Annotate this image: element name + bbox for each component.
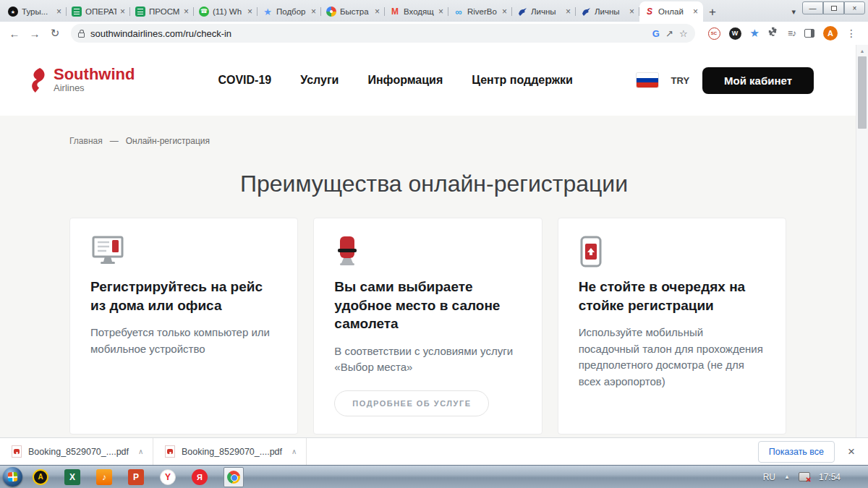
tab-southwind-active[interactable]: S Онлай × [639, 1, 703, 22]
forward-button[interactable]: → [26, 25, 43, 42]
taskbar-app-a-icon[interactable]: A [33, 469, 48, 485]
download-bar-right: Показать все × [758, 441, 868, 463]
nav-support-center[interactable]: Центр поддержки [472, 74, 573, 87]
page-scrollbar[interactable]: ▲ [856, 45, 868, 437]
download-item-2[interactable]: Booking_8529070_....pdf ∧ [153, 438, 307, 465]
show-all-downloads-button[interactable]: Показать все [758, 441, 835, 463]
tab-title: Онлай [658, 7, 689, 16]
tab-lichny-1[interactable]: Личны × [512, 1, 576, 22]
scrollbar-thumb[interactable] [858, 56, 867, 129]
tab-title: Подбор [276, 7, 307, 16]
page-title: Преимущества онлайн-регистрации [0, 171, 868, 197]
breadcrumb-home[interactable]: Главная [69, 136, 103, 146]
close-icon[interactable]: × [375, 7, 380, 16]
restore-icon [831, 6, 837, 11]
chevron-up-icon[interactable]: ∧ [292, 448, 297, 455]
music-app-icon[interactable]: ♪ [96, 469, 112, 485]
powerpoint-icon[interactable]: P [128, 469, 144, 485]
chrome-taskbar-active[interactable] [224, 467, 244, 487]
bird-icon [581, 7, 591, 17]
restore-button[interactable] [823, 1, 844, 14]
card-title: Не стойте в очередях на стойке регистрац… [579, 278, 765, 314]
address-bar[interactable]: southwindairlines.com/ru/check-in G ↗ ☆ [71, 24, 695, 43]
chevron-up-icon[interactable]: ∧ [138, 448, 143, 455]
system-tray: RU ▲ 17:54 [763, 472, 867, 482]
download-filename[interactable]: Booking_8529070_....pdf [28, 447, 129, 457]
tab-search-chevron-icon[interactable]: ▾ [791, 7, 796, 17]
extension-w-icon[interactable]: W [729, 27, 741, 40]
southwind-logo[interactable]: Southwind Airlines [29, 67, 135, 94]
download-filename[interactable]: Booking_8529070_....pdf [182, 447, 282, 457]
breadcrumb: Главная — Онлайн-регистрация [0, 116, 868, 146]
download-bar-close-icon[interactable]: × [848, 445, 855, 459]
extensions-row: SC W ★ ≡♪ A ⋮ [702, 26, 862, 40]
reload-button[interactable]: ↻ [46, 25, 64, 42]
tab-operat[interactable]: ОПЕРАТ × [67, 1, 130, 22]
start-button[interactable] [3, 467, 22, 487]
tray-expand-icon[interactable]: ▲ [784, 474, 790, 480]
extension-sc-icon[interactable]: SC [708, 27, 720, 40]
side-panel-icon[interactable] [804, 29, 814, 38]
tab-title: ПРОСМ [149, 7, 180, 16]
nav-services[interactable]: Услуги [300, 74, 339, 87]
profile-avatar[interactable]: A [823, 26, 838, 40]
back-button[interactable]: ← [6, 25, 23, 42]
close-icon[interactable]: × [502, 7, 507, 16]
network-disconnected-icon[interactable] [799, 472, 810, 481]
service-details-button[interactable]: ПОДРОБНЕЕ ОБ УСЛУГЕ [334, 390, 489, 416]
card-body: Используйте мобильный посадочный талон д… [579, 325, 765, 390]
yandex-icon[interactable]: Y [160, 469, 176, 485]
browser-menu-icon[interactable]: ⋮ [846, 27, 856, 39]
gmail-icon: M [390, 7, 400, 17]
close-icon[interactable]: × [566, 7, 571, 16]
tab-lichny-2[interactable]: Личны × [576, 1, 639, 22]
close-icon[interactable]: × [184, 7, 189, 16]
language-indicator[interactable]: RU [763, 472, 775, 482]
close-icon[interactable]: × [311, 7, 316, 16]
tab-gmail[interactable]: M Входящ × [385, 1, 448, 22]
close-icon[interactable]: × [247, 7, 252, 16]
close-icon[interactable]: × [438, 7, 443, 16]
compass-icon: ★ [8, 7, 18, 17]
close-icon[interactable]: × [56, 7, 61, 16]
tab-riverbo[interactable]: ∞ RiverBo × [448, 1, 512, 22]
close-icon[interactable]: × [120, 7, 125, 16]
tab-whatsapp[interactable]: ☎ (11) Wh × [194, 1, 258, 22]
playlist-icon[interactable]: ≡♪ [788, 28, 796, 38]
card-choose-seat: Вы сами выбираете удобное место в салоне… [313, 218, 542, 435]
scroll-up-icon[interactable]: ▲ [856, 45, 868, 53]
sheets-icon [72, 7, 82, 17]
card-checkin-from-home: Регистрируйтесь на рейс из дома или офис… [69, 218, 298, 435]
nav-information[interactable]: Информация [367, 74, 443, 87]
sheets-icon [135, 7, 145, 17]
url-text[interactable]: southwindairlines.com/ru/check-in [90, 28, 647, 39]
tab-prosm[interactable]: ПРОСМ × [130, 1, 194, 22]
nav-covid-19[interactable]: COVID-19 [218, 74, 271, 87]
bookmark-star-icon[interactable]: ☆ [679, 28, 688, 39]
tab-title: RiverBo [467, 7, 498, 16]
yandex-browser-icon[interactable]: Я [192, 469, 208, 485]
window-close-button[interactable]: × [844, 1, 865, 14]
currency-selector[interactable]: TRY [671, 75, 690, 86]
tab-tury[interactable]: ★ Туры... × [3, 1, 67, 22]
extensions-puzzle-icon[interactable] [768, 27, 779, 40]
close-icon[interactable]: × [629, 7, 634, 16]
star-icon: ★ [263, 7, 273, 17]
google-icon[interactable]: G [652, 28, 660, 39]
download-item-1[interactable]: Booking_8529070_....pdf ∧ [0, 438, 153, 465]
tab-bystra[interactable]: Быстра × [321, 1, 385, 22]
extension-star-icon[interactable]: ★ [750, 27, 760, 40]
my-account-button[interactable]: Мой кабинет [702, 67, 814, 94]
site-header: Southwind Airlines COVID-19 Услуги Инфор… [0, 45, 868, 116]
clock[interactable]: 17:54 [819, 472, 841, 482]
close-icon[interactable]: × [693, 7, 698, 16]
tab-podbor[interactable]: ★ Подбор × [258, 1, 321, 22]
minimize-button[interactable]: — [802, 1, 823, 14]
share-icon[interactable]: ↗ [665, 28, 673, 39]
excel-icon[interactable]: X [64, 469, 80, 485]
card-title: Вы сами выбираете удобное место в салоне… [334, 278, 521, 333]
tab-title: Туры... [22, 7, 53, 16]
browser-toolbar: ← → ↻ southwindairlines.com/ru/check-in … [0, 22, 868, 45]
russian-flag-icon[interactable] [637, 73, 658, 87]
new-tab-button[interactable]: + [709, 5, 716, 20]
